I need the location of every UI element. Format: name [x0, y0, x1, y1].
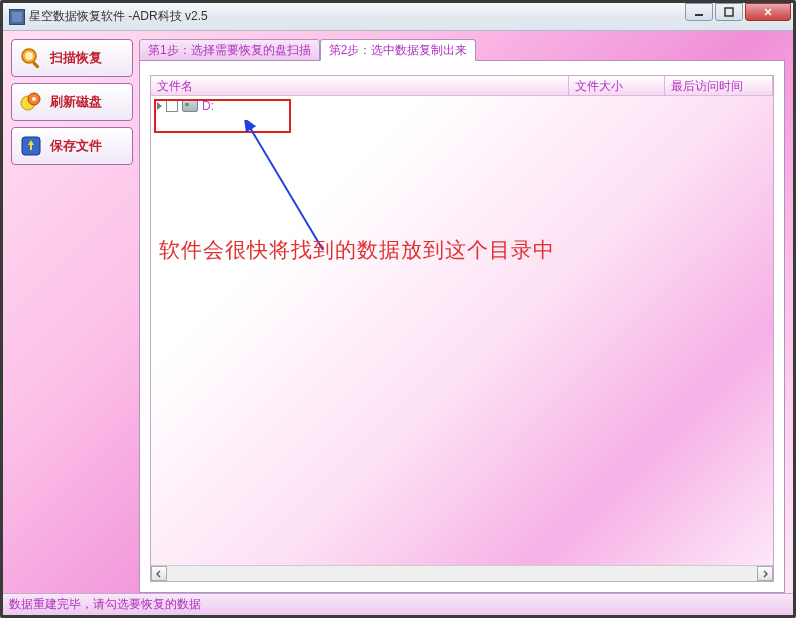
window-controls	[683, 3, 791, 23]
annotation-arrow-icon	[243, 120, 363, 260]
right-panel: 第1步：选择需要恢复的盘扫描 第2步：选中数据复制出来 文件名 文件大小 最后访…	[139, 39, 785, 593]
content-area: 扫描恢复 刷新磁盘 保存文件 第1步：选择需要恢复的盘扫描	[3, 31, 793, 615]
chevron-right-icon	[761, 570, 769, 578]
maximize-icon	[724, 7, 734, 17]
tab-step2[interactable]: 第2步：选中数据复制出来	[320, 39, 477, 61]
horizontal-scrollbar[interactable]	[151, 565, 773, 581]
minimize-button[interactable]	[685, 3, 713, 21]
col-filename[interactable]: 文件名	[151, 76, 569, 95]
drive-icon	[182, 100, 198, 112]
close-icon	[763, 7, 773, 17]
close-button[interactable]	[745, 3, 791, 21]
scroll-left-button[interactable]	[151, 566, 167, 581]
minimize-icon	[694, 7, 704, 17]
svg-rect-4	[32, 61, 40, 69]
scan-recover-button[interactable]: 扫描恢复	[11, 39, 133, 77]
svg-rect-1	[725, 8, 733, 16]
app-icon	[9, 9, 25, 25]
svg-point-3	[25, 52, 33, 60]
status-text: 数据重建完毕，请勾选要恢复的数据	[9, 596, 201, 613]
magnifier-icon	[18, 45, 44, 71]
col-filesize[interactable]: 文件大小	[569, 76, 665, 95]
save-label: 保存文件	[50, 137, 102, 155]
statusbar: 数据重建完毕，请勾选要恢复的数据	[3, 593, 793, 615]
save-icon	[18, 133, 44, 159]
svg-point-7	[32, 97, 36, 101]
col-accesstime[interactable]: 最后访问时间	[665, 76, 773, 95]
refresh-icon	[18, 89, 44, 115]
maximize-button[interactable]	[715, 3, 743, 21]
tabs: 第1步：选择需要恢复的盘扫描 第2步：选中数据复制出来	[139, 39, 785, 61]
checkbox[interactable]	[166, 100, 178, 112]
scroll-track[interactable]	[167, 566, 757, 581]
window-title: 星空数据恢复软件 -ADR科技 v2.5	[29, 8, 683, 25]
save-file-button[interactable]: 保存文件	[11, 127, 133, 165]
scroll-right-button[interactable]	[757, 566, 773, 581]
refresh-label: 刷新磁盘	[50, 93, 102, 111]
expand-icon[interactable]	[157, 102, 162, 110]
file-grid: 文件名 文件大小 最后访问时间 D:	[150, 75, 774, 582]
app-window: 星空数据恢复软件 -ADR科技 v2.5 扫描恢复	[0, 0, 796, 618]
grid-body[interactable]: D: 软件会很快将找到的数据放到这个目录中	[151, 96, 773, 565]
chevron-left-icon	[155, 570, 163, 578]
tree-row-root[interactable]: D:	[151, 96, 773, 116]
refresh-disk-button[interactable]: 刷新磁盘	[11, 83, 133, 121]
tab-body: 文件名 文件大小 最后访问时间 D:	[139, 60, 785, 593]
annotation-text: 软件会很快将找到的数据放到这个目录中	[159, 236, 555, 264]
titlebar[interactable]: 星空数据恢复软件 -ADR科技 v2.5	[3, 3, 793, 31]
grid-header: 文件名 文件大小 最后访问时间	[151, 76, 773, 96]
svg-rect-0	[695, 14, 703, 16]
drive-label: D:	[202, 99, 214, 113]
sidebar: 扫描恢复 刷新磁盘 保存文件	[11, 39, 133, 593]
tab-step1[interactable]: 第1步：选择需要恢复的盘扫描	[139, 39, 320, 61]
scan-label: 扫描恢复	[50, 49, 102, 67]
svg-line-10	[249, 126, 323, 250]
